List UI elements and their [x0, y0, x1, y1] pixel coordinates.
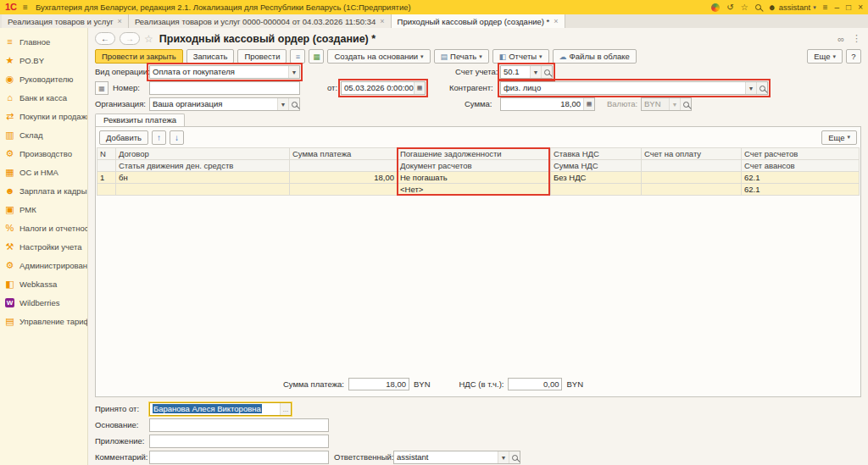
sidebar-item-webkassa[interactable]: ◧Webkassa [0, 274, 87, 293]
total-vat-field[interactable]: 0,00 [508, 378, 562, 390]
post-button[interactable]: Провести [237, 49, 287, 64]
show-postings-button[interactable]: ≡ [290, 49, 305, 64]
sidebar-item-bank-cash[interactable]: ⌂Банк и касса [0, 88, 87, 107]
close-tab-icon[interactable]: × [554, 17, 558, 25]
cell-n[interactable]: 1 [97, 172, 116, 184]
operation-type-combobox[interactable]: Оплата от покупателя ▼ [149, 65, 300, 79]
organization-combobox[interactable]: Ваша организация ▼ [149, 97, 300, 111]
cell-vat-sum[interactable] [551, 184, 642, 196]
sidebar-item-salary-hr[interactable]: ☻Зарплата и кадры [0, 181, 87, 200]
close-tab-icon[interactable]: × [380, 17, 384, 25]
save-button[interactable]: Записать [186, 49, 235, 64]
sidebar-item-fixed-assets[interactable]: ▦ОС и НМА [0, 163, 87, 181]
print-button[interactable]: ▤Печать▾ [434, 49, 489, 64]
sidebar-item-rmk[interactable]: ▣РМК [0, 200, 87, 219]
forward-button[interactable]: → [120, 32, 140, 45]
cell-settlement-account[interactable]: 62.1 [742, 172, 860, 184]
cloud-files-button[interactable]: ☁Файлы в облаке [553, 49, 637, 64]
sidebar-item-production[interactable]: ⚙Производство [0, 144, 87, 163]
sidebar-item-manager[interactable]: ◉Руководителю [0, 69, 87, 88]
sidebar-item-main[interactable]: ≡Главное [0, 32, 87, 51]
cell-invoice[interactable] [642, 172, 742, 184]
discussions-icon[interactable] [711, 3, 720, 12]
lookup-icon[interactable] [288, 98, 299, 110]
sidebar-item-warehouse[interactable]: ▥Склад [0, 125, 87, 144]
create-based-on-button[interactable]: Создать на основании▾ [327, 49, 430, 64]
responsible-label: Ответственный: [334, 451, 394, 464]
tab-payment-details[interactable]: Реквизиты платежа [95, 113, 185, 126]
move-row-down-button[interactable]: ↓ [170, 130, 184, 145]
reports-button[interactable]: ◧Отчеты▾ [492, 49, 549, 64]
cell-contract[interactable]: бн [116, 172, 290, 184]
main-menu-icon[interactable]: ≡ [23, 0, 28, 14]
total-sum-field[interactable]: 18,00 [348, 378, 409, 390]
cell-vat-rate[interactable]: Без НДС [551, 172, 642, 184]
responsible-combobox[interactable]: assistant ▼ [393, 451, 520, 464]
table-more-button[interactable]: Еще▾ [821, 130, 857, 145]
history-icon[interactable]: ↺ [726, 0, 733, 14]
add-row-button[interactable]: Добавить [99, 130, 148, 145]
sidebar-item-administration[interactable]: ⚙Администрирование [0, 256, 87, 274]
chevron-down-icon[interactable]: ▼ [288, 66, 299, 78]
back-button[interactable]: ← [95, 32, 115, 45]
gear-icon: ⚙ [4, 148, 15, 159]
number-input[interactable] [149, 81, 300, 95]
tab-sales-document-list[interactable]: Реализация товаров и услуг × [2, 14, 129, 28]
chevron-down-icon[interactable]: ▼ [745, 82, 756, 94]
get-link-icon[interactable]: ∞ [837, 34, 844, 44]
cell-payment-sum[interactable]: 18,00 [290, 172, 398, 184]
basis-input[interactable] [149, 418, 329, 432]
comment-input[interactable] [149, 451, 329, 464]
help-button[interactable]: ? [846, 49, 861, 64]
search-icon[interactable] [755, 4, 761, 10]
tab-sales-document[interactable]: Реализация товаров и услуг 0000-000004 о… [129, 14, 392, 28]
close-tab-icon[interactable]: × [118, 17, 122, 25]
kebab-menu-icon[interactable]: ⋮ [852, 33, 861, 44]
person-icon: ☻ [4, 185, 15, 196]
sidebar-item-accounting-settings[interactable]: ⚒Настройки учета [0, 237, 87, 256]
sidebar-item-wildberries[interactable]: WWildberries [0, 293, 87, 312]
tools-icon: ⚒ [4, 241, 15, 252]
cell-empty[interactable] [290, 184, 398, 196]
favorites-star-icon[interactable]: ☆ [741, 0, 748, 14]
calculator-icon[interactable]: ▦ [583, 98, 594, 110]
cash-account-field[interactable]: 50.1 ▼ [500, 65, 553, 79]
post-and-close-button[interactable]: Провести и закрыть [95, 49, 183, 64]
cell-advance-account[interactable]: 62.1 [742, 184, 860, 196]
service-menu-icon[interactable]: ≡ [823, 0, 828, 14]
ellipsis-icon[interactable]: … [280, 403, 291, 415]
lookup-icon[interactable] [509, 451, 520, 463]
chevron-down-icon[interactable]: ▼ [498, 451, 509, 463]
minimize-button[interactable]: – [835, 0, 840, 14]
sidebar-item-po-by[interactable]: ★PO.BY [0, 51, 87, 69]
move-row-up-button[interactable]: ↑ [152, 130, 166, 145]
add-to-favorites-icon[interactable]: ☆ [144, 33, 153, 45]
accepted-from-input[interactable]: Баранова Алеся Викторовна … [149, 402, 292, 416]
current-user-button[interactable]: ☻ assistant ▾ [768, 3, 816, 12]
tab-cash-receipt-order[interactable]: Приходный кассовый ордер (создание) * × [392, 14, 565, 28]
cell-empty[interactable] [642, 184, 742, 196]
sum-input[interactable]: 18,00 ▦ [500, 97, 595, 111]
date-input[interactable]: 05.03.2026 0:00:00 ▦ [341, 81, 426, 95]
calendar-icon[interactable]: ▦ [414, 82, 425, 94]
close-button[interactable]: × [858, 0, 863, 14]
cell-empty[interactable] [97, 184, 116, 196]
chevron-down-icon[interactable]: ▼ [530, 66, 541, 78]
cell-debt-repayment[interactable]: Не погашать [398, 172, 551, 184]
total-sum-label: Сумма платежа: [283, 379, 344, 389]
currency-combobox[interactable]: BYN ▼ [641, 97, 692, 111]
sidebar-item-taxes-reports[interactable]: %Налоги и отчетность [0, 219, 87, 237]
sidebar-item-purchases-sales[interactable]: ⇄Покупки и продажи [0, 107, 87, 125]
cell-settlement-doc[interactable]: <Нет> [398, 184, 551, 196]
contractor-combobox[interactable]: физ. лицо ▼ [500, 81, 768, 95]
set-number-button[interactable]: ▦ [95, 81, 108, 95]
chevron-down-icon[interactable]: ▼ [277, 98, 288, 110]
related-documents-button[interactable]: ▦ [309, 49, 324, 64]
more-button[interactable]: Еще▾ [807, 49, 843, 64]
appendix-input[interactable] [149, 435, 329, 448]
lookup-icon[interactable] [756, 82, 767, 94]
cell-cash-flow-item[interactable] [116, 184, 290, 196]
sidebar-item-tariff[interactable]: ▤Управление тарифом [0, 312, 87, 330]
lookup-icon[interactable] [541, 66, 552, 78]
maximize-button[interactable]: □ [846, 0, 851, 14]
